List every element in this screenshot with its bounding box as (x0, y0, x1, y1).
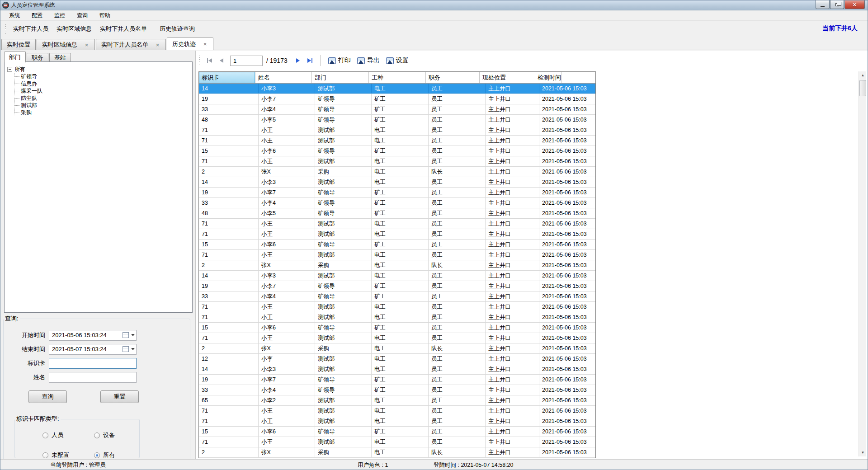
table-cell[interactable]: 矿工 (372, 240, 429, 249)
table-cell[interactable]: 员工 (429, 364, 486, 374)
table-cell[interactable]: 电工 (372, 406, 429, 416)
table-cell[interactable]: 小王 (259, 333, 315, 343)
table-cell[interactable]: 矿领导 (315, 427, 372, 437)
reset-button[interactable]: 重置 (100, 390, 139, 403)
table-cell[interactable]: 矿领导 (315, 281, 372, 291)
table-cell[interactable]: 71 (199, 125, 259, 135)
table-cell[interactable]: 员工 (429, 115, 486, 125)
table-cell[interactable]: 员工 (429, 104, 486, 114)
table-cell[interactable]: 测试部 (315, 312, 372, 322)
table-cell[interactable]: 测试部 (315, 250, 372, 260)
table-cell[interactable]: 2021-05-06 15:03 (539, 219, 594, 229)
radio-option[interactable]: 所有 (94, 451, 115, 459)
table-cell[interactable]: 主上井口 (486, 323, 539, 333)
table-cell[interactable]: 2021-05-06 15:03 (539, 125, 594, 135)
table-cell[interactable]: 71 (199, 416, 259, 426)
table-cell[interactable]: 电工 (372, 271, 429, 281)
table-cell[interactable]: 矿工 (372, 115, 429, 125)
table-cell[interactable]: 小李3 (259, 84, 315, 94)
table-cell[interactable]: 2021-05-06 15:03 (539, 333, 594, 343)
table-row[interactable]: 12 小李 测试部 电工 员工 主上井口 2021-05-06 15:03 (199, 354, 595, 364)
table-cell[interactable]: 员工 (429, 375, 486, 385)
table-cell[interactable]: 2021-05-06 15:03 (539, 302, 594, 312)
table-cell[interactable]: 张X (259, 260, 315, 270)
table-cell[interactable]: 小李5 (259, 115, 315, 125)
toolbar-button[interactable]: 历史轨迹查询 (153, 22, 199, 36)
table-row[interactable]: 71 小王 测试部 电工 员工 主上井口 2021-05-06 15:03 (199, 406, 595, 416)
table-cell[interactable]: 小李3 (259, 271, 315, 281)
table-cell[interactable]: 2021-05-06 15:03 (539, 375, 594, 385)
table-cell[interactable]: 主上井口 (486, 219, 539, 229)
dropdown-arrow-icon[interactable] (131, 334, 135, 336)
table-cell[interactable]: 测试部 (315, 416, 372, 426)
table-cell[interactable]: 张X (259, 447, 315, 457)
tree-node[interactable]: 信息办 (14, 80, 189, 87)
menu-item[interactable]: 系统 (3, 10, 26, 21)
table-row[interactable]: 71 小王 测试部 电工 员工 主上井口 2021-05-06 15:03 (199, 416, 595, 427)
table-cell[interactable]: 主上井口 (486, 437, 539, 447)
column-header[interactable]: 工种 (369, 72, 426, 83)
table-cell[interactable]: 2021-05-06 15:03 (539, 146, 594, 156)
table-row[interactable]: 71 小王 测试部 电工 员工 主上井口 2021-05-06 15:03 (199, 333, 595, 343)
table-cell[interactable]: 员工 (429, 395, 486, 405)
menu-item[interactable]: 查询 (71, 10, 94, 21)
table-cell[interactable]: 主上井口 (486, 94, 539, 104)
table-cell[interactable]: 主上井口 (486, 167, 539, 177)
table-cell[interactable]: 矿工 (372, 375, 429, 385)
prev-page-button[interactable] (216, 55, 227, 66)
table-row[interactable]: 2 张X 采购 电工 队长 主上井口 2021-05-06 15:03 (199, 343, 595, 354)
table-row[interactable]: 65 小李2 测试部 电工 员工 主上井口 2021-05-06 15:03 (199, 395, 595, 406)
table-cell[interactable]: 电工 (372, 167, 429, 177)
table-cell[interactable]: 小王 (259, 136, 315, 146)
table-cell[interactable]: 主上井口 (486, 333, 539, 343)
export-button[interactable]: 导出 (354, 55, 383, 66)
table-row[interactable]: 71 小王 测试部 电工 员工 主上井口 2021-05-06 15:03 (199, 312, 595, 323)
table-cell[interactable]: 2021-05-06 15:03 (539, 250, 594, 260)
table-cell[interactable]: 小李6 (259, 146, 315, 156)
table-cell[interactable]: 主上井口 (486, 208, 539, 218)
table-row[interactable]: 33 小李4 矿领导 矿工 员工 主上井口 2021-05-06 15:03 (199, 291, 595, 302)
table-cell[interactable]: 小王 (259, 312, 315, 322)
table-cell[interactable]: 测试部 (315, 406, 372, 416)
table-cell[interactable]: 矿领导 (315, 198, 372, 208)
table-cell[interactable]: 小王 (259, 406, 315, 416)
menu-item[interactable]: 监控 (48, 10, 71, 21)
table-cell[interactable]: 2021-05-06 15:03 (539, 260, 594, 270)
table-row[interactable]: 71 小王 测试部 电工 员工 主上井口 2021-05-06 15:03 (199, 229, 595, 240)
table-cell[interactable]: 19 (199, 94, 259, 104)
table-cell[interactable]: 电工 (372, 260, 429, 270)
table-cell[interactable]: 71 (199, 219, 259, 229)
table-cell[interactable]: 主上井口 (486, 115, 539, 125)
column-header[interactable]: 现处位置 (480, 72, 535, 83)
table-cell[interactable]: 测试部 (315, 354, 372, 364)
table-cell[interactable]: 电工 (372, 250, 429, 260)
table-cell[interactable]: 小李7 (259, 94, 315, 104)
table-cell[interactable]: 2021-05-06 15:03 (539, 395, 594, 405)
table-cell[interactable]: 矿领导 (315, 291, 372, 301)
table-row[interactable]: 15 小李6 矿领导 矿工 员工 主上井口 2021-05-06 15:03 (199, 146, 595, 156)
search-button[interactable]: 查询 (28, 390, 67, 403)
table-cell[interactable]: 小王 (259, 156, 315, 166)
table-cell[interactable]: 主上井口 (486, 281, 539, 291)
toolbar-button[interactable]: 实时区域信息 (52, 22, 96, 36)
table-cell[interactable]: 2021-05-06 15:03 (539, 104, 594, 114)
table-cell[interactable]: 员工 (429, 354, 486, 364)
table-cell[interactable]: 主上井口 (486, 250, 539, 260)
table-cell[interactable]: 队长 (429, 343, 486, 353)
table-cell[interactable]: 小王 (259, 250, 315, 260)
table-cell[interactable]: 测试部 (315, 125, 372, 135)
table-cell[interactable]: 主上井口 (486, 240, 539, 249)
table-cell[interactable]: 测试部 (315, 177, 372, 187)
table-cell[interactable]: 主上井口 (486, 146, 539, 156)
print-button[interactable]: 打印 (325, 55, 354, 66)
table-cell[interactable]: 48 (199, 115, 259, 125)
settings-button[interactable]: 设置 (383, 55, 412, 66)
table-cell[interactable]: 电工 (372, 447, 429, 457)
table-cell[interactable]: 电工 (372, 312, 429, 322)
table-cell[interactable]: 2 (199, 167, 259, 177)
table-cell[interactable]: 员工 (429, 281, 486, 291)
minimize-button[interactable] (816, 0, 830, 9)
last-page-button[interactable] (304, 55, 316, 66)
table-row[interactable]: 71 小王 测试部 电工 员工 主上井口 2021-05-06 15:03 (199, 125, 595, 136)
table-row[interactable]: 71 小王 测试部 电工 员工 主上井口 2021-05-06 15:03 (199, 250, 595, 260)
